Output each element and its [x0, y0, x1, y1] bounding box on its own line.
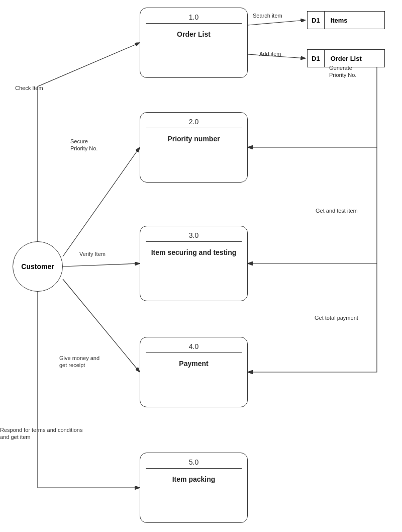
process-5-label: Item packing — [167, 473, 221, 487]
label-verify-item: Verify Item — [79, 250, 106, 257]
data-store-items: D1 Items — [307, 11, 385, 29]
svg-line-2 — [248, 20, 306, 25]
label-generate-priority: GeneratePriority No. — [329, 64, 356, 79]
label-get-total-payment: Get total payment — [315, 314, 358, 321]
ds1-label: Items — [325, 12, 354, 29]
label-check-item: Check Item — [15, 84, 43, 92]
process-2-divider — [146, 128, 242, 128]
process-box-4: 4.0 Payment — [140, 337, 248, 407]
diagram-container: Customer 1.0 Order List 2.0 Priority num… — [0, 0, 402, 532]
ds2-tag: D1 — [308, 50, 325, 67]
label-give-money: Give money andget receipt — [59, 354, 99, 369]
label-secure-priority: SecurePriority No. — [70, 138, 97, 152]
label-search-item: Search item — [253, 12, 282, 19]
process-box-1: 1.0 Order List — [140, 8, 248, 78]
process-box-3: 3.0 Item securing and testing — [140, 226, 248, 301]
process-3-number: 3.0 — [189, 226, 198, 241]
process-4-divider — [146, 352, 242, 353]
process-2-label: Priority number — [162, 132, 225, 146]
ds1-tag: D1 — [308, 12, 325, 29]
process-1-divider — [146, 23, 242, 24]
process-3-label: Item securing and testing — [146, 246, 242, 260]
process-3-divider — [146, 241, 242, 242]
process-5-number: 5.0 — [189, 453, 198, 468]
process-4-number: 4.0 — [189, 337, 198, 352]
customer-entity: Customer — [13, 241, 63, 292]
process-2-number: 2.0 — [189, 113, 198, 128]
process-5-divider — [146, 468, 242, 469]
process-1-label: Order List — [172, 28, 216, 42]
label-respond-terms: Respond for terms and conditionsand get … — [0, 426, 82, 441]
process-box-2: 2.0 Priority number — [140, 112, 248, 183]
svg-line-5 — [63, 263, 140, 267]
process-box-5: 5.0 Item packing — [140, 453, 248, 523]
process-1-number: 1.0 — [189, 8, 198, 23]
customer-label: Customer — [21, 262, 54, 271]
label-add-item: Add item — [259, 50, 281, 57]
svg-line-4 — [63, 147, 140, 256]
label-get-test-item: Get and test item — [316, 207, 358, 214]
process-4-label: Payment — [174, 357, 213, 371]
